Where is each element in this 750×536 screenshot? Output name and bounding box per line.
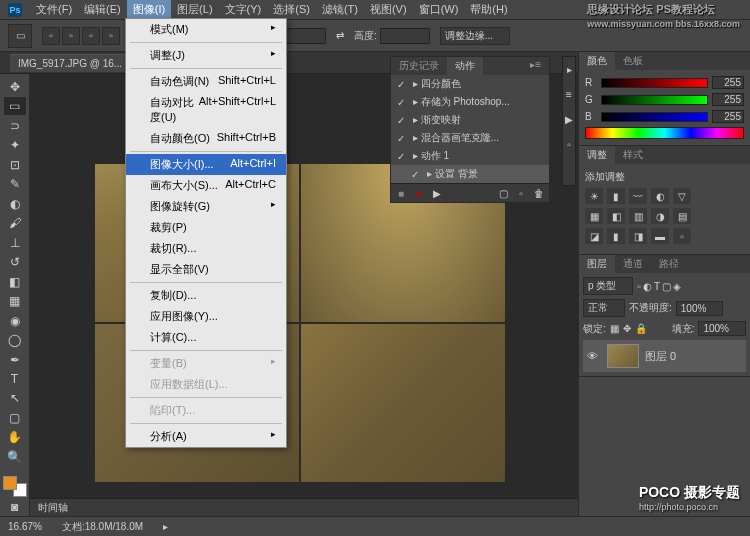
adj-levels-icon[interactable]: ▮ [607,188,625,204]
lock-pixels-icon[interactable]: ▦ [610,323,619,334]
doc-size[interactable]: 文档:18.0M/18.0M [62,520,143,534]
trash-icon[interactable]: 🗑 [531,186,547,200]
menu-9[interactable]: 帮助(H) [464,0,513,19]
r-value[interactable]: 255 [712,76,744,89]
zoom-tool[interactable]: 🔍 [4,448,26,465]
brush-tool[interactable]: 🖌 [4,214,26,231]
strip-icon-4[interactable]: ▫ [563,132,575,156]
move-tool[interactable]: ✥ [4,78,26,95]
g-value[interactable]: 255 [712,93,744,106]
height-input[interactable] [380,28,430,44]
dodge-tool[interactable]: ◯ [4,331,26,348]
menu-item[interactable]: 显示全部(V) [126,259,286,280]
menu-item[interactable]: 裁剪(P) [126,217,286,238]
document-tab[interactable]: IMG_5917.JPG @ 16... [10,54,130,72]
channels-tab[interactable]: 通道 [615,255,651,273]
eraser-tool[interactable]: ◧ [4,273,26,290]
strip-icon-1[interactable]: ▸ [563,57,575,81]
b-value[interactable]: 255 [712,110,744,123]
shape-tool[interactable]: ▢ [4,409,26,426]
refine-edge-button[interactable]: 调整边缘... [440,27,510,45]
filter-shape-icon[interactable]: ▢ [662,281,671,292]
layer-thumbnail[interactable] [607,344,639,368]
color-tab[interactable]: 颜色 [579,52,615,70]
menu-item[interactable]: 画布大小(S)...Alt+Ctrl+C [126,175,286,196]
adj-gradient-icon[interactable]: ▬ [651,228,669,244]
menu-item[interactable]: 计算(C)... [126,327,286,348]
path-tool[interactable]: ↖ [4,390,26,407]
adj-hue-icon[interactable]: ▦ [585,208,603,224]
panel-menu-icon[interactable]: ▸≡ [522,57,549,75]
action-item[interactable]: ✓▸ 渐变映射 [391,111,549,129]
visibility-icon[interactable]: 👁 [587,350,601,362]
menu-item[interactable]: 裁切(R)... [126,238,286,259]
lock-all-icon[interactable]: 🔒 [635,323,647,334]
type-tool[interactable]: T [4,370,26,387]
history-brush-tool[interactable]: ↺ [4,253,26,270]
marquee-tool[interactable]: ▭ [4,97,26,114]
blur-tool[interactable]: ◉ [4,312,26,329]
adj-threshold-icon[interactable]: ◨ [629,228,647,244]
adjustments-tab[interactable]: 调整 [579,146,615,164]
menu-item[interactable]: 自动色调(N)Shift+Ctrl+L [126,71,286,92]
menu-4[interactable]: 文字(Y) [219,0,268,19]
history-tab[interactable]: 历史记录 [391,57,447,75]
action-item[interactable]: ✓▸ 动作 1 [391,147,549,165]
heal-tool[interactable]: ◐ [4,195,26,212]
menu-5[interactable]: 选择(S) [267,0,316,19]
play-icon[interactable]: ▶ [429,186,445,200]
record-icon[interactable]: ● [411,186,427,200]
swap-icon[interactable]: ⇄ [336,30,344,41]
menu-3[interactable]: 图层(L) [171,0,218,19]
filter-smart-icon[interactable]: ◈ [673,281,681,292]
action-item[interactable]: ✓▸ 混合器画笔克隆... [391,129,549,147]
new-set-icon[interactable]: ▢ [495,186,511,200]
strip-icon-3[interactable]: ▶ [563,107,575,131]
fill-value[interactable]: 100% [698,321,746,336]
foreground-swatch[interactable] [3,476,17,490]
gradient-tool[interactable]: ▦ [4,292,26,309]
marquee-mode-icons[interactable]: ▫ ▫ ▫ ▫ [42,27,120,45]
adj-vibrance-icon[interactable]: ▽ [673,188,691,204]
menu-1[interactable]: 编辑(E) [78,0,127,19]
menu-7[interactable]: 视图(V) [364,0,413,19]
menu-item[interactable]: 图像旋转(G) [126,196,286,217]
adj-select-icon[interactable]: ▫ [673,228,691,244]
action-item[interactable]: ✓▸ 设置 背景 [391,165,549,183]
layer-row[interactable]: 👁 图层 0 [583,340,746,372]
menu-item[interactable]: 自动对比度(U)Alt+Shift+Ctrl+L [126,92,286,128]
hue-strip[interactable] [585,127,744,139]
adj-curves-icon[interactable]: 〰 [629,188,647,204]
lock-position-icon[interactable]: ✥ [623,323,631,334]
adj-invert-icon[interactable]: ◪ [585,228,603,244]
quickmask-tool[interactable]: ◙ [4,499,26,516]
b-slider[interactable] [601,112,708,122]
adj-exposure-icon[interactable]: ◐ [651,188,669,204]
adj-bw-icon[interactable]: ◧ [607,208,625,224]
layer-kind-filter[interactable]: p 类型 [583,277,633,295]
status-arrow-icon[interactable]: ▸ [163,521,168,532]
timeline-panel[interactable]: 时间轴 [30,498,578,516]
menu-8[interactable]: 窗口(W) [413,0,465,19]
lasso-tool[interactable]: ⊃ [4,117,26,134]
styles-tab[interactable]: 样式 [615,146,651,164]
new-action-icon[interactable]: ▫ [513,186,529,200]
adj-lookup-icon[interactable]: ▤ [673,208,691,224]
filter-adjust-icon[interactable]: ◐ [643,281,652,292]
action-item[interactable]: ✓▸ 四分颜色 [391,75,549,93]
hand-tool[interactable]: ✋ [4,429,26,446]
menu-item[interactable]: 自动颜色(O)Shift+Ctrl+B [126,128,286,149]
zoom-level[interactable]: 16.67% [8,521,42,532]
adj-mixer-icon[interactable]: ◑ [651,208,669,224]
r-slider[interactable] [601,78,708,88]
menu-0[interactable]: 文件(F) [30,0,78,19]
blend-mode-dropdown[interactable]: 正常 [583,299,625,317]
menu-item[interactable]: 模式(M) [126,19,286,40]
g-slider[interactable] [601,95,708,105]
collapsed-panel-strip[interactable]: ▸ ≡ ▶ ▫ [562,56,576,186]
actions-tab[interactable]: 动作 [447,57,483,75]
adj-photo-icon[interactable]: ▥ [629,208,647,224]
menu-6[interactable]: 滤镜(T) [316,0,364,19]
swatches-tab[interactable]: 色板 [615,52,651,70]
menu-item[interactable]: 分析(A) [126,426,286,447]
